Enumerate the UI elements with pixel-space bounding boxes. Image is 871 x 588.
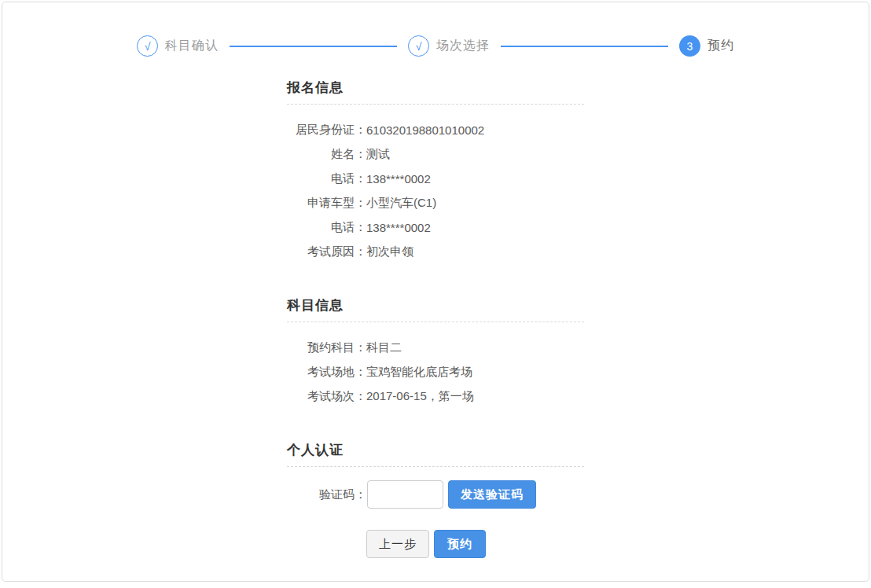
check-icon: √ (408, 35, 429, 57)
row-exam-session: 考试场次： 2017-06-15，第一场 (287, 384, 584, 409)
appointment-card: √ 科目确认 √ 场次选择 3 预约 报名信息 居民身份证： 610320198… (2, 2, 869, 582)
row-value: 138****0002 (366, 172, 431, 186)
row-value: 610320198801010002 (366, 123, 484, 137)
row-value: 138****0002 (366, 221, 431, 234)
step-label-appointment: 预约 (707, 38, 734, 54)
row-label: 申请车型： (287, 196, 366, 211)
check-icon: √ (137, 35, 158, 57)
step-number-badge: 3 (679, 35, 700, 57)
captcha-label: 验证码： (287, 487, 366, 502)
row-label: 预约科目： (287, 340, 366, 355)
row-value: 科目二 (366, 340, 402, 355)
row-phone-2: 电话： 138****0002 (287, 215, 584, 240)
row-phone-1: 电话： 138****0002 (287, 167, 584, 191)
step-label-subject-confirm: 科目确认 (165, 38, 219, 54)
row-value: 测试 (366, 147, 390, 162)
prev-step-button[interactable]: 上一步 (366, 530, 429, 558)
section-title-personal-auth: 个人认证 (287, 441, 584, 459)
step-connector-line (230, 46, 397, 47)
wizard-stepper: √ 科目确认 √ 场次选择 3 预约 (137, 2, 734, 57)
row-exam-site: 考试场地： 宝鸡智能化底店考场 (287, 360, 584, 384)
step-label-session-select: 场次选择 (436, 38, 490, 54)
registration-rows: 居民身份证： 610320198801010002 姓名： 测试 电话： 138… (287, 105, 584, 264)
row-label: 姓名： (287, 147, 366, 162)
row-label: 居民身份证： (287, 123, 366, 138)
step-connector-line (501, 46, 668, 47)
row-label: 考试场次： (287, 389, 366, 404)
main-content: 报名信息 居民身份证： 610320198801010002 姓名： 测试 电话… (287, 57, 584, 558)
row-label: 电话： (287, 171, 366, 186)
row-label: 考试场地： (287, 365, 366, 380)
row-label: 电话： (287, 220, 366, 235)
step-subject-confirm: √ 科目确认 (137, 35, 219, 57)
row-value: 宝鸡智能化底店考场 (366, 365, 472, 380)
submit-appointment-button[interactable]: 预约 (434, 530, 486, 558)
section-personal-auth: 个人认证 验证码： 发送验证码 上一步 预约 (287, 441, 584, 558)
captcha-input[interactable] (367, 480, 443, 509)
step-session-select: √ 场次选择 (408, 35, 490, 57)
row-value: 2017-06-15，第一场 (366, 389, 474, 404)
row-exam-reason: 考试原因： 初次申领 (287, 240, 584, 264)
row-name: 姓名： 测试 (287, 142, 584, 167)
row-booked-subject: 预约科目： 科目二 (287, 336, 584, 360)
section-subject-info: 科目信息 预约科目： 科目二 考试场地： 宝鸡智能化底店考场 考试场次： 201… (287, 296, 584, 409)
send-code-button[interactable]: 发送验证码 (448, 480, 536, 509)
row-value: 小型汽车(C1) (366, 196, 436, 211)
row-vehicle-type: 申请车型： 小型汽车(C1) (287, 191, 584, 215)
row-value: 初次申领 (366, 244, 413, 259)
captcha-row: 验证码： 发送验证码 (287, 480, 584, 509)
row-label: 考试原因： (287, 244, 366, 259)
dashed-divider (287, 466, 584, 467)
section-registration-info: 报名信息 居民身份证： 610320198801010002 姓名： 测试 电话… (287, 79, 584, 264)
step-appointment: 3 预约 (679, 35, 734, 57)
action-buttons: 上一步 预约 (366, 530, 584, 558)
section-title-registration: 报名信息 (287, 79, 584, 97)
row-id-card: 居民身份证： 610320198801010002 (287, 118, 584, 142)
section-title-subject: 科目信息 (287, 296, 584, 314)
subject-rows: 预约科目： 科目二 考试场地： 宝鸡智能化底店考场 考试场次： 2017-06-… (287, 322, 584, 409)
